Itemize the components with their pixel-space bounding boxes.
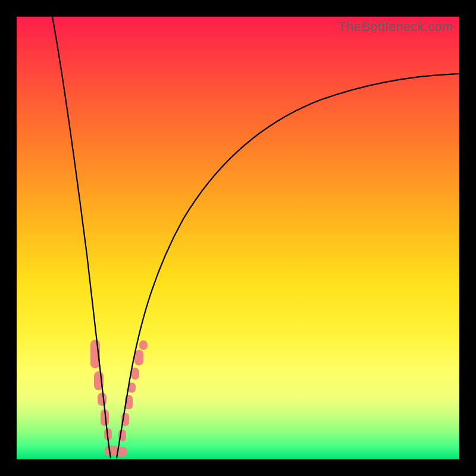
highlight-blobs-left	[90, 340, 112, 440]
svg-rect-2	[98, 393, 107, 406]
chart-frame: TheBottleneck.com	[0, 0, 476, 476]
watermark-text: TheBottleneck.com	[339, 19, 453, 35]
chart-overlay	[17, 17, 459, 459]
curve-left	[52, 17, 111, 458]
highlight-blobs-bottom	[105, 446, 127, 456]
highlight-blobs-right	[118, 340, 148, 441]
svg-rect-12	[134, 350, 143, 365]
curve-right	[117, 74, 459, 458]
svg-rect-13	[139, 340, 148, 350]
plot-area: TheBottleneck.com	[17, 17, 459, 459]
